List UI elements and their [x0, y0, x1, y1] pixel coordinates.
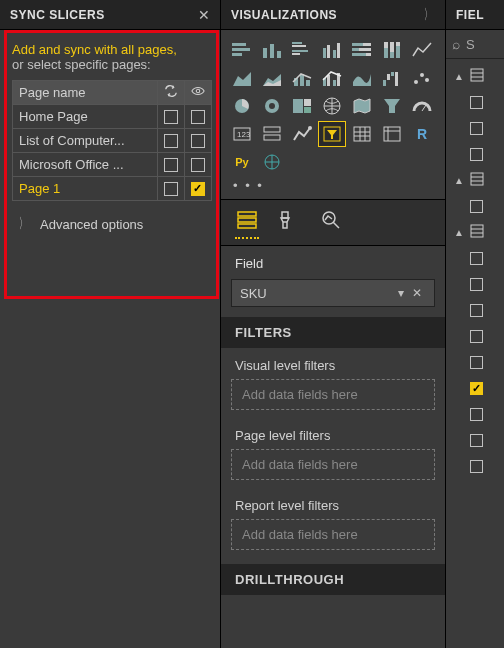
field-checkbox[interactable] — [470, 382, 483, 395]
field-item[interactable] — [450, 115, 500, 141]
fields-table-toggle[interactable]: ▲ — [450, 63, 500, 89]
stacked-area-icon[interactable] — [259, 66, 285, 90]
remove-field-icon[interactable]: ✕ — [408, 286, 426, 300]
chevron-down-icon[interactable]: ▾ — [394, 286, 408, 300]
fields-search[interactable]: ⌕ S — [446, 30, 504, 59]
field-item[interactable] — [450, 427, 500, 453]
arcgis-icon[interactable] — [259, 150, 285, 174]
advanced-options-toggle[interactable]: 〉 Advanced options — [12, 201, 212, 247]
more-visuals-icon[interactable]: • • • — [221, 176, 445, 199]
field-checkbox[interactable] — [470, 122, 483, 135]
card-icon[interactable]: 123 — [229, 122, 255, 146]
funnel-icon[interactable] — [379, 94, 405, 118]
field-checkbox[interactable] — [470, 278, 483, 291]
visible-checkbox[interactable] — [191, 182, 205, 196]
filled-map-icon[interactable] — [349, 94, 375, 118]
donut-icon[interactable] — [259, 94, 285, 118]
field-item[interactable] — [450, 89, 500, 115]
python-visual-icon[interactable]: Py — [229, 150, 255, 174]
field-checkbox[interactable] — [470, 330, 483, 343]
table-row[interactable]: Microsoft Office ... — [13, 153, 212, 177]
col-visible-icon[interactable] — [185, 81, 212, 105]
r-visual-icon[interactable]: R — [409, 122, 435, 146]
svg-rect-5 — [270, 44, 274, 58]
table-row[interactable]: Home Page — [13, 105, 212, 129]
field-checkbox[interactable] — [470, 96, 483, 109]
svg-rect-71 — [238, 224, 256, 228]
field-item[interactable] — [450, 323, 500, 349]
svg-point-42 — [420, 73, 424, 77]
field-item[interactable] — [450, 193, 500, 219]
svg-marker-51 — [384, 99, 400, 113]
clustered-bar-icon[interactable] — [289, 38, 315, 62]
field-item[interactable] — [450, 245, 500, 271]
field-checkbox[interactable] — [470, 460, 483, 473]
stacked-column-icon[interactable] — [259, 38, 285, 62]
field-item[interactable] — [450, 349, 500, 375]
map-icon[interactable] — [319, 94, 345, 118]
table-icon[interactable] — [349, 122, 375, 146]
svg-rect-34 — [327, 75, 330, 86]
waterfall-icon[interactable] — [379, 66, 405, 90]
area-chart-icon[interactable] — [229, 66, 255, 90]
format-tab-icon[interactable] — [277, 208, 301, 239]
field-item[interactable] — [450, 401, 500, 427]
visible-checkbox[interactable] — [191, 158, 205, 172]
col-sync-icon[interactable] — [158, 81, 185, 105]
col-page-name: Page name — [13, 81, 158, 105]
svg-rect-3 — [232, 53, 242, 56]
svg-rect-6 — [277, 51, 281, 58]
page-filters-dropzone[interactable]: Add data fields here — [231, 449, 435, 480]
ribbon-chart-icon[interactable] — [349, 66, 375, 90]
field-well[interactable]: SKU ▾ ✕ — [231, 279, 435, 307]
sync-checkbox[interactable] — [164, 158, 178, 172]
field-checkbox[interactable] — [470, 434, 483, 447]
clustered-column-icon[interactable] — [319, 38, 345, 62]
kpi-icon[interactable] — [289, 122, 315, 146]
field-checkbox[interactable] — [470, 200, 483, 213]
stacked-column-100-icon[interactable] — [379, 38, 405, 62]
field-checkbox[interactable] — [470, 252, 483, 265]
chevron-right-icon: 〉 — [19, 215, 27, 233]
svg-rect-2 — [232, 48, 250, 51]
field-checkbox[interactable] — [470, 304, 483, 317]
visible-checkbox[interactable] — [191, 110, 205, 124]
report-filters-dropzone[interactable]: Add data fields here — [231, 519, 435, 550]
svg-point-43 — [425, 78, 429, 82]
fields-table-toggle[interactable]: ▲ — [450, 219, 500, 245]
field-item[interactable] — [450, 141, 500, 167]
table-row[interactable]: Page 1 — [13, 177, 212, 201]
sync-checkbox[interactable] — [164, 134, 178, 148]
field-item[interactable] — [450, 297, 500, 323]
line-clustered-column-icon[interactable] — [319, 66, 345, 90]
visible-checkbox[interactable] — [191, 134, 205, 148]
pie-icon[interactable] — [229, 94, 255, 118]
fields-header: FIEL — [446, 0, 504, 30]
multirow-card-icon[interactable] — [259, 122, 285, 146]
close-icon[interactable]: ✕ — [198, 7, 211, 23]
scatter-icon[interactable] — [409, 66, 435, 90]
field-checkbox[interactable] — [470, 148, 483, 161]
svg-rect-60 — [354, 127, 370, 141]
visual-filters-dropzone[interactable]: Add data fields here — [231, 379, 435, 410]
stacked-bar-icon[interactable] — [229, 38, 255, 62]
field-item[interactable] — [450, 271, 500, 297]
slicer-icon[interactable] — [319, 122, 345, 146]
stacked-bar-100-icon[interactable] — [349, 38, 375, 62]
field-item[interactable] — [450, 375, 500, 401]
gauge-icon[interactable] — [409, 94, 435, 118]
line-chart-icon[interactable] — [409, 38, 435, 62]
fields-tab-icon[interactable] — [235, 208, 259, 239]
sync-checkbox[interactable] — [164, 182, 178, 196]
field-checkbox[interactable] — [470, 408, 483, 421]
line-stacked-column-icon[interactable] — [289, 66, 315, 90]
chevron-right-icon[interactable]: 〉 — [423, 6, 432, 24]
matrix-icon[interactable] — [379, 122, 405, 146]
field-checkbox[interactable] — [470, 356, 483, 369]
sync-checkbox[interactable] — [164, 110, 178, 124]
treemap-icon[interactable] — [289, 94, 315, 118]
table-row[interactable]: List of Computer... — [13, 129, 212, 153]
fields-table-toggle[interactable]: ▲ — [450, 167, 500, 193]
analytics-tab-icon[interactable] — [319, 208, 343, 239]
field-item[interactable] — [450, 453, 500, 479]
